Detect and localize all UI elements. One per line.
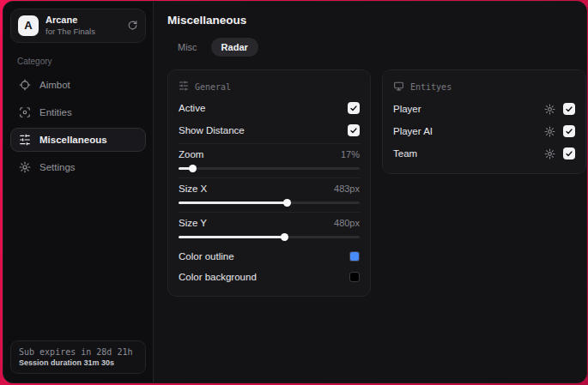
checkmark-icon <box>349 126 358 135</box>
size-y-slider[interactable] <box>179 236 360 238</box>
gear-icon[interactable] <box>544 148 555 159</box>
slider-thumb[interactable] <box>189 165 197 172</box>
refresh-icon[interactable] <box>127 20 138 31</box>
active-checkbox[interactable] <box>348 102 360 114</box>
player-ai-checkbox[interactable] <box>563 125 575 137</box>
sidebar-item-label: Miscellaneous <box>39 135 107 145</box>
sidebar-item-entities[interactable]: Entities <box>10 100 146 124</box>
gear-icon <box>19 161 31 173</box>
sidebar: A Arcane for The Finals Category <box>3 2 153 382</box>
page-title: Miscellaneous <box>167 14 586 27</box>
slider-thumb[interactable] <box>283 199 291 207</box>
app-window: A Arcane for The Finals Category <box>3 1 587 383</box>
sidebar-item-settings[interactable]: Settings <box>10 155 146 179</box>
checkmark-icon <box>349 104 358 112</box>
app-subtitle: for The Finals <box>45 27 95 37</box>
show-distance-checkbox[interactable] <box>348 124 360 136</box>
sidebar-item-label: Aimbot <box>39 80 70 90</box>
checkmark-icon <box>565 105 573 113</box>
panel-title: General <box>195 82 231 92</box>
zoom-slider[interactable] <box>179 167 360 170</box>
sidebar-item-label: Entities <box>39 107 72 117</box>
color-row-background: Color background <box>179 267 360 287</box>
category-label: Category <box>17 57 139 66</box>
session-duration-text: Session duration 31m 30s <box>19 358 137 367</box>
account-card[interactable]: A Arcane for The Finals <box>10 9 146 43</box>
crosshair-icon <box>19 79 31 91</box>
size-x-slider[interactable] <box>179 202 360 204</box>
checkmark-icon <box>565 149 573 158</box>
avatar: A <box>18 15 39 36</box>
main-content: Miscellaneous Misc Radar General <box>153 2 587 382</box>
sliders-icon <box>19 134 31 146</box>
checkmark-icon <box>565 127 573 135</box>
team-checkbox[interactable] <box>563 147 575 159</box>
toggle-row-active: Active <box>179 97 360 119</box>
player-checkbox[interactable] <box>563 103 575 115</box>
sidebar-item-label: Settings <box>39 162 76 172</box>
entity-row-team: Team <box>393 142 575 165</box>
slider-row-size-y: Size Y 480px <box>179 213 360 233</box>
size-y-value: 480px <box>334 218 360 228</box>
tab-radar[interactable]: Radar <box>211 38 258 57</box>
monitor-icon <box>393 81 404 93</box>
color-row-outline: Color outline <box>179 246 360 267</box>
toggle-row-show-distance: Show Distance <box>179 119 360 141</box>
color-background-swatch[interactable] <box>349 272 360 282</box>
scan-icon <box>19 106 31 118</box>
entity-row-player-ai: Player AI <box>393 120 575 142</box>
sidebar-item-aimbot[interactable]: Aimbot <box>10 73 146 97</box>
zoom-value: 17% <box>341 149 360 159</box>
gear-icon[interactable] <box>544 126 555 137</box>
gear-icon[interactable] <box>544 104 555 115</box>
sidebar-nav: Aimbot Entities <box>10 73 146 179</box>
sliders-icon <box>179 81 189 93</box>
sub-expiry-text: Sub expires in 28d 21h <box>19 347 137 357</box>
panel-title: Entityes <box>410 82 452 92</box>
slider-thumb[interactable] <box>281 233 288 241</box>
desktop-background: A Arcane for The Finals Category <box>0 0 588 385</box>
sidebar-item-miscellaneous[interactable]: Miscellaneous <box>10 128 146 152</box>
color-outline-swatch[interactable] <box>349 251 360 262</box>
entity-row-player: Player <box>393 98 575 120</box>
slider-row-size-x: Size X 483px <box>179 178 360 199</box>
size-x-value: 483px <box>334 183 360 194</box>
general-panel: General Active Show Distance <box>167 69 371 297</box>
slider-row-zoom: Zoom 17% <box>179 144 360 165</box>
tab-bar: Misc Radar <box>167 38 586 57</box>
subscription-card: Sub expires in 28d 21h Session duration … <box>10 340 146 374</box>
tab-misc[interactable]: Misc <box>167 38 208 57</box>
app-title: Arcane <box>45 15 95 27</box>
entities-panel: Entityes Player <box>382 69 586 174</box>
